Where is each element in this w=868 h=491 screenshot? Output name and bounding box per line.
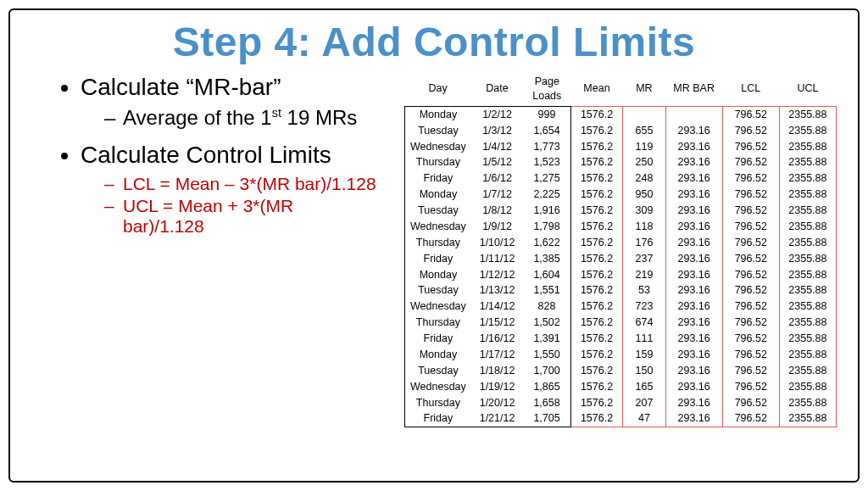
cell-day: Friday <box>405 251 471 267</box>
cell-mrbar: 293.16 <box>665 219 722 235</box>
th-date: Date <box>471 74 524 106</box>
bullet-text: Calculate “MR-bar” <box>81 74 281 100</box>
cell-date: 1/10/12 <box>471 235 524 251</box>
cell-ucl: 2355.88 <box>779 106 836 122</box>
table-row: Thursday1/15/121,5021576.2674293.16796.5… <box>405 315 837 331</box>
th-mean: Mean <box>570 74 623 106</box>
table-row: Friday1/6/121,2751576.2248293.16796.5223… <box>405 170 837 187</box>
cell-loads: 1,604 <box>523 267 570 283</box>
cell-ucl: 2355.88 <box>779 331 836 347</box>
cell-mean: 1576.2 <box>570 106 623 122</box>
cell-day: Wednesday <box>405 219 471 235</box>
cell-mr: 250 <box>623 154 665 170</box>
cell-mean: 1576.2 <box>570 315 623 331</box>
cell-mr: 176 <box>623 235 665 251</box>
cell-date: 1/6/12 <box>471 170 524 187</box>
cell-mr: 47 <box>623 410 665 427</box>
th-day: Day <box>405 74 471 106</box>
cell-loads: 1,523 <box>523 154 570 170</box>
cell-loads: 1,551 <box>523 282 570 299</box>
cell-lcl: 796.52 <box>722 170 779 187</box>
cell-loads: 1,622 <box>523 235 570 251</box>
cell-date: 1/3/12 <box>471 123 524 139</box>
cell-lcl: 796.52 <box>722 123 779 139</box>
cell-lcl: 796.52 <box>722 363 779 379</box>
cell-mean: 1576.2 <box>570 235 623 251</box>
cell-day: Monday <box>405 267 471 283</box>
cell-day: Tuesday <box>405 123 471 139</box>
cell-loads: 1,654 <box>523 123 570 139</box>
cell-mean: 1576.2 <box>570 363 623 379</box>
slide-title: Step 4: Add Control Limits <box>10 19 858 65</box>
table-row: Monday1/12/121,6041576.2219293.16796.522… <box>405 267 837 283</box>
cell-date: 1/16/12 <box>471 331 524 347</box>
cell-mr: 655 <box>623 123 665 139</box>
cell-mr: 165 <box>623 379 665 395</box>
cell-ucl: 2355.88 <box>779 139 836 155</box>
cell-mr: 309 <box>623 203 665 219</box>
cell-mr: 159 <box>623 347 665 363</box>
cell-mrbar: 293.16 <box>665 347 722 363</box>
cell-mr: 53 <box>623 282 665 299</box>
sub-bullet-lcl: LCL = Mean – 3*(MR bar)/1.128 <box>104 174 379 194</box>
cell-day: Friday <box>405 410 471 427</box>
table-row: Thursday1/20/121,6581576.2207293.16796.5… <box>405 395 837 411</box>
cell-loads: 1,798 <box>523 219 570 235</box>
cell-mrbar: 293.16 <box>665 282 722 299</box>
cell-date: 1/20/12 <box>471 395 524 411</box>
cell-mr: 237 <box>623 251 665 267</box>
data-table: Day Date Page Loads Mean MR MR BAR LCL U… <box>404 74 837 427</box>
cell-date: 1/4/12 <box>471 139 524 155</box>
cell-mrbar: 293.16 <box>665 331 722 347</box>
cell-ucl: 2355.88 <box>779 379 836 395</box>
cell-loads: 1,700 <box>523 363 570 379</box>
cell-day: Tuesday <box>405 282 471 299</box>
table-row: Tuesday1/18/121,7001576.2150293.16796.52… <box>405 363 837 379</box>
cell-mrbar: 293.16 <box>665 123 722 139</box>
cell-ucl: 2355.88 <box>779 347 836 363</box>
cell-day: Tuesday <box>405 363 471 379</box>
cell-mrbar: 293.16 <box>665 315 722 331</box>
cell-mean: 1576.2 <box>570 170 623 187</box>
th-lcl: LCL <box>722 74 779 106</box>
cell-date: 1/18/12 <box>471 363 524 379</box>
table-row: Tuesday1/8/121,9161576.2309293.16796.522… <box>405 203 837 219</box>
table-row: Monday1/7/122,2251576.2950293.16796.5223… <box>405 187 837 203</box>
th-mrbar: MR BAR <box>665 74 722 106</box>
cell-mrbar: 293.16 <box>665 363 722 379</box>
cell-mean: 1576.2 <box>570 154 623 170</box>
table-row: Monday1/17/121,5501576.2159293.16796.522… <box>405 347 837 363</box>
cell-date: 1/8/12 <box>471 203 524 219</box>
cell-lcl: 796.52 <box>722 267 779 283</box>
cell-mean: 1576.2 <box>570 187 623 203</box>
cell-day: Wednesday <box>405 299 471 315</box>
cell-day: Friday <box>405 170 471 187</box>
cell-ucl: 2355.88 <box>779 235 836 251</box>
cell-mrbar: 293.16 <box>665 203 722 219</box>
cell-loads: 828 <box>523 299 570 315</box>
cell-ucl: 2355.88 <box>779 363 836 379</box>
cell-ucl: 2355.88 <box>779 154 836 170</box>
cell-date: 1/11/12 <box>471 251 524 267</box>
cell-mrbar: 293.16 <box>665 251 722 267</box>
cell-ucl: 2355.88 <box>779 123 836 139</box>
table-row: Friday1/11/121,3851576.2237293.16796.522… <box>405 251 837 267</box>
cell-day: Monday <box>405 187 471 203</box>
cell-date: 1/2/12 <box>471 106 524 122</box>
table-row: Wednesday1/14/128281576.2723293.16796.52… <box>405 299 837 315</box>
cell-loads: 1,550 <box>523 347 570 363</box>
cell-mean: 1576.2 <box>570 395 623 411</box>
cell-mean: 1576.2 <box>570 203 623 219</box>
cell-mean: 1576.2 <box>570 267 623 283</box>
cell-ucl: 2355.88 <box>779 251 836 267</box>
cell-loads: 999 <box>523 106 570 122</box>
cell-mrbar: 293.16 <box>665 235 722 251</box>
cell-mr: 111 <box>623 331 665 347</box>
cell-loads: 1,773 <box>523 139 570 155</box>
cell-mrbar: 293.16 <box>665 395 722 411</box>
table-row: Thursday1/10/121,6221576.2176293.16796.5… <box>405 235 837 251</box>
cell-mr: 207 <box>623 395 665 411</box>
cell-mrbar <box>665 106 722 122</box>
cell-mrbar: 293.16 <box>665 154 722 170</box>
cell-day: Wednesday <box>405 139 471 155</box>
